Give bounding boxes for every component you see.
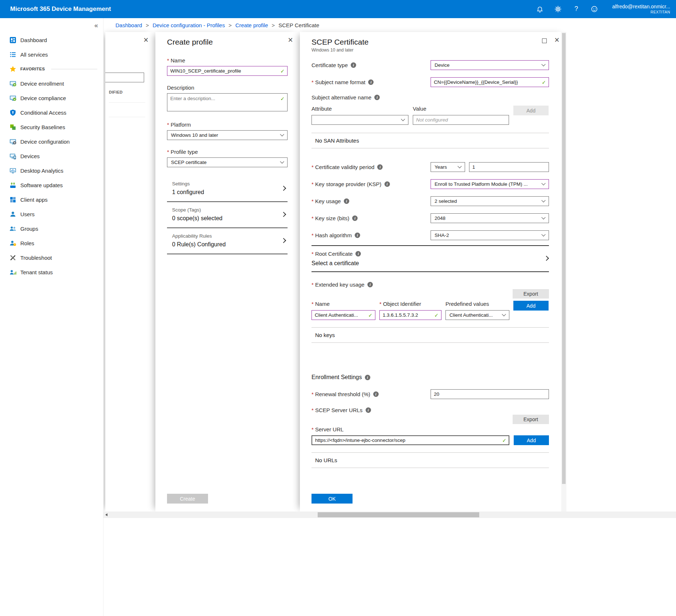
valid-check-icon [280, 68, 285, 74]
server-url-input[interactable] [311, 435, 509, 445]
profiles-search-input[interactable] [105, 73, 144, 82]
info-icon[interactable] [384, 181, 390, 187]
validity-unit-select[interactable]: Years [431, 162, 465, 172]
key-usage-select[interactable]: 2 selected [431, 196, 549, 206]
server-url-label: Server URL [311, 426, 343, 432]
profile-type-select[interactable]: SCEP certificate [167, 157, 288, 167]
info-icon[interactable] [366, 407, 371, 413]
ok-button[interactable]: OK [311, 494, 353, 504]
key-size-select[interactable]: 2048 [431, 213, 549, 223]
certificate-type-select[interactable]: Device [431, 60, 549, 70]
name-input[interactable] [167, 66, 288, 76]
sidebar-item-device-configuration[interactable]: Device configuration [0, 134, 103, 149]
sidebar-item-users[interactable]: Users [0, 207, 103, 221]
eku-oid-input[interactable] [379, 310, 441, 320]
info-icon[interactable] [351, 62, 356, 68]
eku-name-column-label: Name [311, 301, 375, 307]
info-icon[interactable] [365, 375, 370, 380]
star-icon [9, 66, 16, 73]
info-icon[interactable] [355, 233, 360, 238]
chevron-right-icon [281, 212, 286, 217]
applicability-rules-section-row[interactable]: Applicability Rules 0 Rule(s) Configured [167, 228, 288, 254]
close-icon[interactable] [287, 36, 294, 44]
info-icon[interactable] [373, 391, 379, 397]
breadcrumb-device-configuration-profiles[interactable]: Device configuration - Profiles [152, 22, 225, 28]
sidebar-item-desktop-analytics[interactable]: Desktop Analytics [0, 163, 103, 178]
vertical-scrollbar-thumb[interactable] [562, 33, 566, 484]
key-usage-label: Key usage [311, 198, 341, 204]
sidebar-item-dashboard[interactable]: Dashboard [0, 33, 103, 47]
help-icon[interactable] [572, 5, 580, 13]
scope-tags-section-row[interactable]: Scope (Tags) 0 scope(s) selected [167, 202, 288, 228]
sidebar-item-all-services[interactable]: All services [0, 47, 103, 62]
create-button[interactable]: Create [167, 494, 208, 504]
info-icon[interactable] [355, 251, 361, 256]
horizontal-scrollbar[interactable] [103, 512, 676, 518]
settings-gear-icon[interactable] [554, 5, 562, 13]
info-icon[interactable] [344, 198, 349, 204]
divider [109, 117, 145, 117]
breadcrumb-current: SCEP Certificate [278, 22, 319, 28]
horizontal-scrollbar-thumb[interactable] [318, 512, 479, 517]
info-icon[interactable] [377, 164, 383, 170]
info-icon[interactable] [352, 215, 358, 221]
close-icon[interactable] [142, 36, 150, 44]
root-certificate-label: Root Certificate [311, 251, 353, 257]
create-profile-title: Create profile [167, 38, 282, 46]
sidebar: Dashboard All services FAVORITES Device … [0, 18, 103, 616]
feedback-smiley-icon[interactable] [590, 5, 598, 13]
san-attribute-select[interactable] [311, 115, 408, 125]
eku-export-button[interactable]: Export [513, 289, 549, 299]
eku-predefined-select[interactable]: Client Authenticati... [445, 310, 509, 320]
info-icon[interactable] [374, 95, 380, 100]
eku-add-button[interactable]: Add [513, 301, 549, 311]
sidebar-item-security-baselines[interactable]: Security Baselines [0, 120, 103, 134]
san-value-input[interactable] [413, 115, 509, 125]
divider [311, 342, 549, 343]
settings-section-row[interactable]: Settings 1 configured [167, 176, 288, 202]
sidebar-item-device-enrollment[interactable]: Device enrollment [0, 76, 103, 91]
scroll-left-arrow-icon[interactable] [105, 513, 107, 516]
sidebar-item-roles[interactable]: Roles [0, 236, 103, 250]
scep-form: Certificate type Device Subject name for… [300, 52, 566, 489]
account-menu[interactable]: alfredo@rextitan.onmicr... REXTITAN [612, 3, 670, 15]
eku-name-input[interactable] [311, 310, 375, 320]
vertical-scrollbar[interactable] [561, 32, 566, 512]
notifications-bell-icon[interactable] [536, 5, 544, 13]
renewal-threshold-input[interactable] [431, 389, 549, 399]
hash-algorithm-select[interactable]: SHA-2 [431, 230, 549, 240]
close-icon[interactable] [553, 36, 561, 44]
ksp-select[interactable]: Enroll to Trusted Platform Module (TPM) … [431, 179, 549, 189]
sidebar-item-client-apps[interactable]: Client apps [0, 192, 103, 207]
maximize-icon[interactable] [542, 38, 547, 43]
name-label: Name [167, 57, 288, 63]
scep-server-urls-label: SCEP Server URLs [311, 407, 363, 413]
sidebar-item-devices[interactable]: Devices [0, 149, 103, 163]
sidebar-collapse-icon[interactable] [94, 22, 98, 29]
sidebar-item-label: Software updates [20, 182, 63, 188]
sidebar-item-tenant-status[interactable]: Tenant status [0, 265, 103, 279]
description-input[interactable] [167, 93, 288, 111]
server-url-add-button[interactable]: Add [514, 435, 549, 445]
scep-blade-subtitle: Windows 10 and later [311, 48, 549, 53]
sidebar-item-device-compliance[interactable]: Device compliance [0, 91, 103, 105]
chevron-down-icon [541, 232, 545, 236]
validity-value-input[interactable] [469, 162, 549, 172]
sidebar-item-software-updates[interactable]: Software updates [0, 178, 103, 192]
sidebar-nav: Dashboard All services FAVORITES Device … [0, 33, 103, 279]
subject-name-format-input[interactable] [431, 77, 549, 87]
san-add-button[interactable]: Add [513, 106, 549, 115]
root-certificate-row[interactable]: Root Certificate Select a certificate [311, 246, 549, 271]
app-title[interactable]: Microsoft 365 Device Management [10, 5, 111, 13]
sidebar-item-groups[interactable]: Groups [0, 221, 103, 236]
info-icon[interactable] [367, 282, 373, 287]
sidebar-item-troubleshoot[interactable]: Troubleshoot [0, 250, 103, 265]
chevron-right-icon [281, 238, 286, 243]
breadcrumb-dashboard[interactable]: Dashboard [115, 22, 142, 28]
platform-select[interactable]: Windows 10 and later [167, 130, 288, 140]
scep-blade-title: SCEP Certificate [311, 38, 549, 46]
info-icon[interactable] [368, 79, 374, 85]
urls-export-button[interactable]: Export [513, 415, 549, 424]
sidebar-item-conditional-access[interactable]: Conditional Access [0, 105, 103, 120]
breadcrumb-create-profile[interactable]: Create profile [235, 22, 268, 28]
